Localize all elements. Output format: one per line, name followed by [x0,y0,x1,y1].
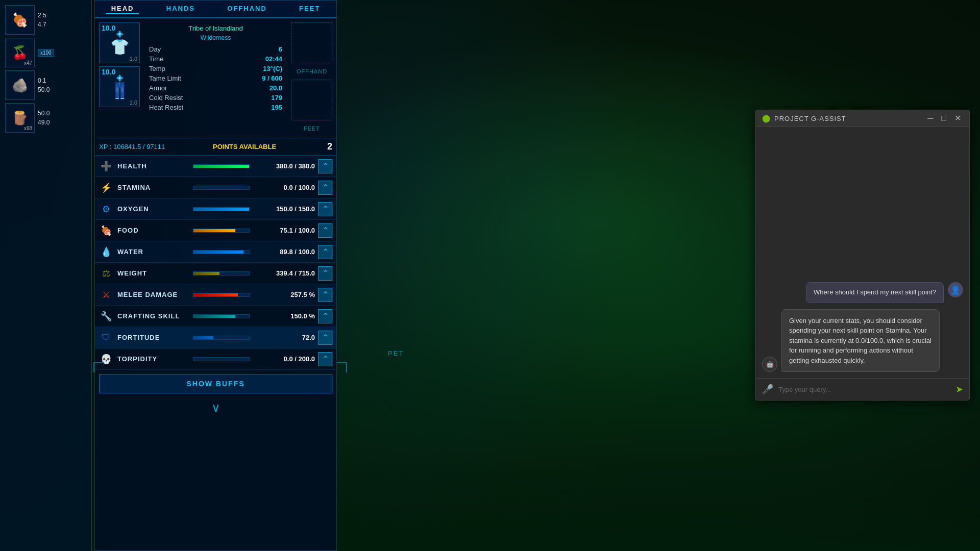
user-avatar-icon: 👤 [950,285,961,295]
stat-row-crafting: 🔧 CRAFTING SKILL 150.0 % ⌃ [95,306,336,327]
tribe-name: Tribe of Islandland [146,24,285,32]
list-item: 🪵 x98 50.0 49.0 [5,103,86,133]
wood-icon: 🪵 [12,110,28,126]
close-button[interactable]: ✕ [952,114,963,122]
diamond-icon-chest: 💠 [116,74,124,82]
fortitude-bar [193,336,250,340]
oxygen-value: 150.0 / 150.0 [254,205,315,213]
torpidity-value: 0.0 / 200.0 [254,355,315,363]
torpidity-bar [193,357,250,361]
oxygen-label: OXYGEN [117,205,189,213]
cold-resist-row: Cold Resist 179 [146,93,285,103]
ai-message: 🤖 Given your current stats, you should c… [762,309,963,372]
weight-label: WEIGHT [117,269,189,277]
minimize-button[interactable]: ─ [925,114,935,122]
item-values: 0.1 50.0 [38,77,50,93]
tab-head[interactable]: HEAD [106,4,139,14]
tame-value: 9 / 600 [262,74,282,82]
crafting-upgrade-button[interactable]: ⌃ [318,309,332,323]
stamina-icon: ⚡ [99,181,113,195]
food-icon: 🍖 [99,223,113,238]
list-item: 🍒 x47 x100 [5,38,86,67]
crafting-value: 150.0 % [254,312,315,320]
oxygen-icon: ⚙ [99,202,113,216]
food-upgrade-button[interactable]: ⌃ [318,223,332,238]
day-row: Day 6 [146,44,285,54]
tab-offhand[interactable]: OFFHAND [222,4,272,14]
stats-list: ➕ HEALTH 380.0 / 380.0 ⌃ ⚡ STAMINA 0.0 /… [95,156,336,370]
fortitude-label: FORTITUDE [117,334,189,341]
stat-row-oxygen: ⚙ OXYGEN 150.0 / 150.0 ⌃ [95,198,336,220]
time-value: 02:44 [265,55,282,63]
inventory-slot-meat[interactable]: 🍖 [5,5,35,35]
stack-count: x98 [24,126,32,131]
weight-bar [193,271,250,276]
tame-row: Tame Limit 9 / 600 [146,73,285,83]
item-values: 2.5 4.7 [38,12,46,28]
tab-hands[interactable]: HANDS [161,4,200,14]
query-input[interactable] [778,386,950,393]
location-name: Wilderness [146,34,285,41]
fortitude-bar-fill [193,336,213,339]
stamina-label: STAMINA [117,184,189,191]
inventory-slot-wood[interactable]: 🪵 x98 [5,103,35,133]
melee-icon: ⚔ [99,288,113,302]
water-bar [193,250,250,254]
equip-slot-offhand[interactable] [291,22,332,63]
stat-row-health: ➕ HEALTH 380.0 / 380.0 ⌃ [95,156,336,177]
inventory-slot-berries[interactable]: 🍒 x47 [5,38,35,67]
water-label: WATER [117,248,189,256]
g-assist-titlebar: ⬤ PROJECT G-ASSIST ─ □ ✕ [756,110,969,127]
melee-bar [193,293,250,297]
window-controls: ─ □ ✕ [925,114,963,122]
stat-row-water: 💧 WATER 89.8 / 100.0 ⌃ [95,241,336,263]
show-buffs-button[interactable]: SHOW BUFFS [99,374,332,393]
list-item: 🍖 2.5 4.7 [5,5,86,35]
water-upgrade-button[interactable]: ⌃ [318,245,332,259]
ai-avatar: 🤖 [762,357,777,372]
item-val1: 50.0 [38,110,50,117]
maximize-button[interactable]: □ [939,114,948,122]
heat-resist-value: 195 [271,104,282,111]
send-button[interactable]: ➤ [955,384,963,395]
weight-value: 339.4 / 715.0 [254,269,315,277]
weight-upgrade-button[interactable]: ⌃ [318,266,332,281]
health-bar-fill [193,165,249,168]
stats-panel: HEAD HANDS OFFHAND FEET 💠 10.0 👕 1.0 💠 1… [94,0,337,551]
g-assist-panel: ⬤ PROJECT G-ASSIST ─ □ ✕ Where should I … [755,110,970,400]
equip-slot-chest[interactable]: 💠 10.0 👖 1.0 [99,66,140,107]
stamina-upgrade-button[interactable]: ⌃ [318,181,332,195]
nav-down-arrow[interactable]: ∨ [211,400,220,415]
melee-upgrade-button[interactable]: ⌃ [318,288,332,302]
armor-label: Armor [149,84,167,92]
day-value: 6 [279,45,282,53]
day-label: Day [149,45,161,53]
cold-resist-label: Cold Resist [149,94,183,102]
feet-label: FEET [302,123,322,134]
chest-item-icon: 👖 [110,82,129,99]
health-label: HEALTH [117,162,189,170]
stat-row-melee: ⚔ MELEE DAMAGE 257.5 % ⌃ [95,284,336,306]
microphone-button[interactable]: 🎤 [762,384,773,395]
stat-row-fortitude: 🛡 FORTITUDE 72.0 ⌃ [95,327,336,348]
x100-badge: x100 [38,49,54,57]
inventory-slot-stone[interactable]: 🪨 [5,70,35,100]
inventory-panel: 🍖 2.5 4.7 🍒 x47 x100 🪨 0.1 50.0 🪵 x98 [0,0,92,551]
stack-count: x47 [24,60,32,66]
tab-feet[interactable]: FEET [294,4,325,14]
crafting-bar-fill [193,315,235,318]
equipment-area: 💠 10.0 👕 1.0 💠 10.0 👖 1.0 Tribe of Islan… [95,18,336,138]
corner-bracket-tl [93,362,104,372]
ai-message-bubble: Given your current stats, you should con… [781,309,940,372]
heat-resist-row: Heat Resist 195 [146,103,285,112]
armor-value: 20.0 [270,84,282,92]
armor-row: Armor 20.0 [146,83,285,93]
equip-slot-head[interactable]: 💠 10.0 👕 1.0 [99,22,140,63]
torpidity-upgrade-button[interactable]: ⌃ [318,352,332,366]
fortitude-upgrade-button[interactable]: ⌃ [318,331,332,345]
oxygen-upgrade-button[interactable]: ⌃ [318,202,332,216]
g-assist-input-area: 🎤 ➤ [756,378,969,400]
tame-label: Tame Limit [149,74,181,82]
health-upgrade-button[interactable]: ⌃ [318,159,332,173]
equip-slot-feet[interactable] [291,80,332,120]
